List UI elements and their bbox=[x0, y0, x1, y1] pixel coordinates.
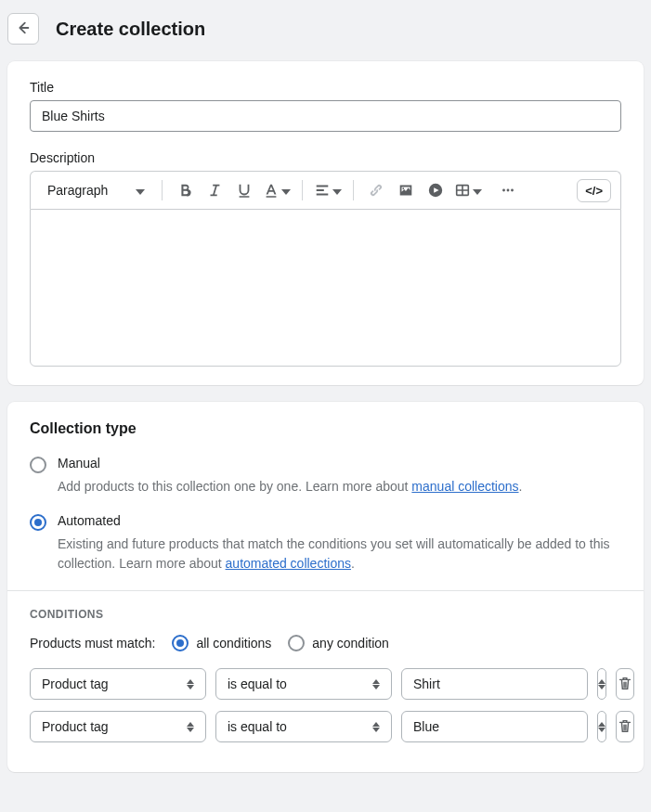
condition-row: Product tagis equal to bbox=[30, 668, 621, 700]
description-editor[interactable] bbox=[30, 209, 621, 367]
caret-down-icon bbox=[473, 183, 482, 198]
condition-field-value: Product tag bbox=[42, 677, 109, 691]
image-button[interactable] bbox=[393, 177, 419, 203]
sort-icon bbox=[598, 722, 605, 732]
manual-label: Manual bbox=[58, 456, 100, 470]
condition-value-input[interactable] bbox=[401, 668, 588, 700]
separator bbox=[162, 180, 163, 200]
caret-down-icon bbox=[136, 183, 145, 198]
editor-toolbar: Paragraph bbox=[30, 171, 621, 209]
condition-sort-button[interactable] bbox=[597, 711, 606, 742]
automated-radio[interactable] bbox=[30, 514, 46, 531]
text-color-button[interactable] bbox=[261, 177, 293, 203]
sort-icon bbox=[598, 679, 605, 690]
page-title: Create collection bbox=[56, 19, 205, 40]
svg-point-4 bbox=[511, 189, 514, 192]
sort-icon bbox=[372, 679, 380, 690]
separator bbox=[302, 180, 303, 200]
arrow-left-icon bbox=[15, 19, 32, 39]
any-condition-radio[interactable]: any condition bbox=[288, 634, 389, 651]
delete-condition-button[interactable] bbox=[616, 668, 634, 700]
condition-relation-select[interactable]: is equal to bbox=[215, 711, 392, 742]
condition-field-select[interactable]: Product tag bbox=[30, 668, 206, 700]
sort-icon bbox=[187, 679, 194, 690]
caret-down-icon bbox=[332, 183, 342, 198]
radio-icon bbox=[172, 635, 189, 651]
back-button[interactable] bbox=[7, 13, 39, 45]
any-condition-label: any condition bbox=[312, 636, 389, 651]
divider bbox=[7, 590, 644, 591]
radio-icon bbox=[288, 635, 305, 651]
link-button[interactable] bbox=[363, 177, 389, 203]
delete-condition-button[interactable] bbox=[616, 711, 634, 742]
condition-row: Product tagis equal to bbox=[30, 711, 621, 742]
title-card: Title Description Paragraph bbox=[7, 61, 644, 385]
condition-field-value: Product tag bbox=[42, 719, 109, 734]
svg-point-2 bbox=[502, 189, 505, 192]
title-label: Title bbox=[30, 80, 621, 95]
condition-relation-value: is equal to bbox=[228, 719, 287, 734]
table-button[interactable] bbox=[452, 177, 484, 203]
separator bbox=[353, 180, 354, 200]
caret-down-icon bbox=[281, 183, 291, 198]
video-button[interactable] bbox=[423, 177, 449, 203]
description-label: Description bbox=[30, 150, 621, 165]
condition-sort-button[interactable] bbox=[597, 668, 606, 700]
condition-relation-select[interactable]: is equal to bbox=[215, 668, 392, 700]
collection-type-card: Collection type Manual Add products to t… bbox=[7, 402, 644, 772]
trash-icon bbox=[617, 717, 633, 737]
match-label: Products must match: bbox=[30, 636, 155, 651]
code-view-button[interactable]: </> bbox=[577, 179, 611, 202]
align-button[interactable] bbox=[312, 177, 344, 203]
bold-button[interactable] bbox=[172, 177, 198, 203]
more-button[interactable] bbox=[495, 177, 521, 203]
svg-point-3 bbox=[507, 189, 510, 192]
trash-icon bbox=[617, 675, 633, 694]
manual-help: Add products to this collection one by o… bbox=[58, 477, 621, 496]
manual-radio[interactable] bbox=[30, 457, 46, 473]
conditions-heading: CONDITIONS bbox=[30, 608, 621, 621]
sort-icon bbox=[187, 722, 194, 732]
italic-button[interactable] bbox=[202, 177, 228, 203]
title-input[interactable] bbox=[30, 100, 621, 132]
all-conditions-label: all conditions bbox=[196, 636, 271, 651]
automated-collections-link[interactable]: automated collections bbox=[226, 556, 351, 571]
collection-type-heading: Collection type bbox=[30, 420, 621, 437]
paragraph-selector-label: Paragraph bbox=[47, 183, 108, 198]
paragraph-selector[interactable]: Paragraph bbox=[40, 179, 152, 201]
condition-relation-value: is equal to bbox=[228, 677, 287, 691]
automated-help: Existing and future products that match … bbox=[58, 535, 621, 574]
manual-collections-link[interactable]: manual collections bbox=[411, 479, 518, 494]
all-conditions-radio[interactable]: all conditions bbox=[172, 634, 271, 651]
automated-label: Automated bbox=[58, 513, 121, 528]
sort-icon bbox=[372, 722, 380, 732]
underline-button[interactable] bbox=[231, 177, 257, 203]
condition-value-input[interactable] bbox=[401, 711, 588, 742]
condition-field-select[interactable]: Product tag bbox=[30, 711, 206, 742]
